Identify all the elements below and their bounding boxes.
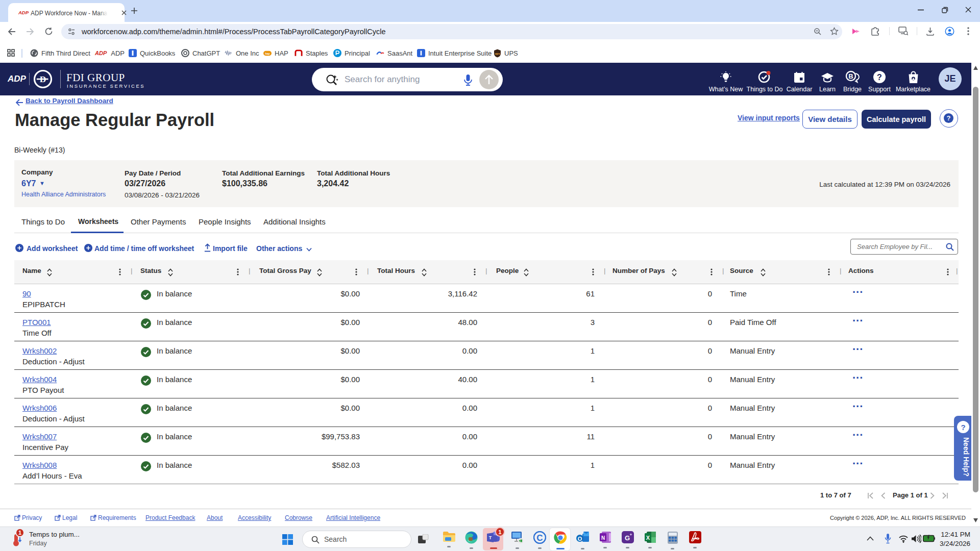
svg-text:X: X <box>646 535 650 541</box>
svg-text:C: C <box>536 533 543 543</box>
svg-text:T: T <box>489 535 492 540</box>
svg-text:ups: ups <box>495 52 500 55</box>
svg-text:O: O <box>578 536 582 542</box>
svg-text:?: ? <box>877 73 882 82</box>
svg-text:B: B <box>848 72 853 80</box>
svg-text:D: D <box>40 74 46 84</box>
svg-text:G: G <box>624 534 629 542</box>
svg-text:hap: hap <box>265 52 270 55</box>
svg-text:N: N <box>601 535 604 541</box>
